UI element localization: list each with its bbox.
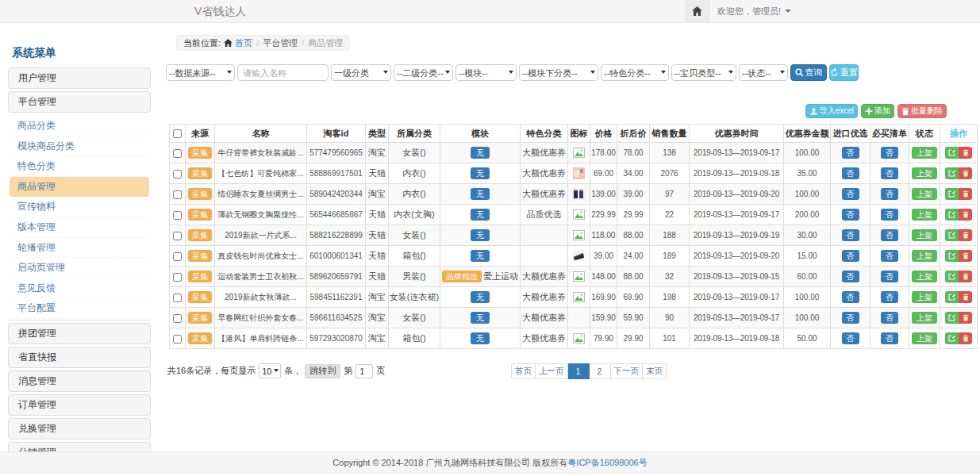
level1-category-select[interactable]: 一级分类 [331, 64, 391, 81]
delete-button[interactable] [959, 167, 972, 179]
status-toggle[interactable]: 上架 [912, 271, 937, 282]
search-button[interactable]: 查询 [790, 64, 827, 81]
must-buy-toggle[interactable]: 否 [881, 188, 898, 200]
sidebar-item-version-mgmt[interactable]: 版本管理 [10, 217, 149, 238]
edit-button[interactable] [945, 312, 959, 324]
pager-prev[interactable]: 上一页 [536, 363, 568, 379]
import-select-toggle[interactable]: 否 [842, 209, 859, 221]
delete-button[interactable] [959, 147, 972, 159]
must-buy-toggle[interactable]: 否 [881, 167, 898, 179]
add-button[interactable]: 添加 [861, 104, 894, 118]
row-checkbox[interactable] [173, 252, 182, 261]
sidebar-item-splash-mgmt[interactable]: 启动页管理 [10, 258, 149, 278]
item-type-select[interactable]: --宝贝类型-- [671, 64, 736, 81]
import-select-toggle[interactable]: 否 [842, 291, 859, 303]
per-page-select[interactable]: 10 [259, 363, 281, 378]
edit-button[interactable] [945, 209, 959, 221]
status-toggle[interactable]: 上架 [912, 250, 937, 262]
sidebar-section-platform[interactable]: 平台管理 [8, 91, 151, 113]
delete-button[interactable] [959, 229, 972, 241]
pager-first[interactable]: 首页 [511, 363, 536, 379]
must-buy-toggle[interactable]: 否 [881, 332, 898, 344]
jump-page-input[interactable] [355, 364, 373, 378]
sidebar-section-groupon[interactable]: 拼团管理 [8, 323, 151, 344]
breadcrumb-item-platform[interactable]: 平台管理 [263, 37, 298, 49]
sidebar-item-goods-mgmt[interactable]: 商品管理 [10, 177, 149, 198]
delete-button[interactable] [959, 250, 972, 262]
edit-button[interactable] [945, 167, 959, 179]
edit-button[interactable] [945, 188, 959, 200]
row-checkbox[interactable] [173, 211, 182, 220]
sidebar-section-users[interactable]: 用户管理 [8, 67, 151, 89]
breadcrumb-item-goods[interactable]: 商品管理 [308, 37, 343, 49]
reset-button[interactable]: 重置 [829, 64, 859, 81]
import-select-toggle[interactable]: 否 [842, 250, 859, 262]
import-select-toggle[interactable]: 否 [842, 271, 859, 282]
status-toggle[interactable]: 上架 [912, 147, 937, 159]
row-checkbox[interactable] [173, 149, 182, 158]
sidebar-section-exchange[interactable]: 兑换管理 [8, 418, 151, 440]
home-nav-button[interactable] [686, 0, 709, 22]
status-toggle[interactable]: 上架 [912, 167, 937, 179]
pager-page-1[interactable]: 1 [568, 363, 590, 379]
row-checkbox[interactable] [173, 273, 182, 282]
delete-button[interactable] [959, 312, 972, 324]
status-toggle[interactable]: 上架 [912, 312, 937, 324]
edit-button[interactable] [945, 250, 959, 262]
delete-button[interactable] [959, 209, 972, 221]
sidebar-item-feature-category[interactable]: 特色分类 [10, 156, 149, 177]
must-buy-toggle[interactable]: 否 [881, 229, 898, 241]
must-buy-toggle[interactable]: 否 [881, 271, 898, 282]
batch-delete-button[interactable]: 批量删除 [897, 104, 947, 118]
pager-last[interactable]: 末页 [643, 363, 667, 379]
sidebar-item-feedback[interactable]: 意见反馈 [10, 278, 149, 299]
delete-button[interactable] [959, 271, 972, 282]
status-toggle[interactable]: 上架 [912, 291, 937, 303]
must-buy-toggle[interactable]: 否 [881, 209, 898, 221]
import-excel-button[interactable]: 导入excel [805, 104, 858, 118]
row-checkbox[interactable] [173, 170, 182, 178]
sidebar-item-platform-config[interactable]: 平台配置 [10, 298, 149, 319]
must-buy-toggle[interactable]: 否 [881, 250, 898, 262]
edit-button[interactable] [945, 229, 959, 241]
row-checkbox[interactable] [173, 232, 182, 240]
row-checkbox[interactable] [173, 335, 182, 344]
pager-next[interactable]: 下一页 [611, 363, 644, 379]
status-toggle[interactable]: 上架 [912, 332, 937, 344]
must-buy-toggle[interactable]: 否 [881, 291, 898, 303]
must-buy-toggle[interactable]: 否 [881, 147, 898, 159]
status-toggle[interactable]: 上架 [912, 188, 937, 200]
sidebar-item-promo-materials[interactable]: 宣传物料 [10, 197, 149, 217]
import-select-toggle[interactable]: 否 [842, 312, 859, 324]
sidebar-item-carousel-mgmt[interactable]: 轮播管理 [10, 238, 149, 259]
sidebar-section-orders[interactable]: 订单管理 [8, 394, 151, 416]
module-select[interactable]: --模块-- [455, 64, 517, 81]
import-select-toggle[interactable]: 否 [842, 229, 859, 241]
status-toggle[interactable]: 上架 [912, 209, 937, 221]
edit-button[interactable] [945, 291, 959, 303]
feature-category-select[interactable]: --特色分类-- [601, 64, 669, 81]
status-toggle[interactable]: 上架 [912, 229, 937, 241]
user-menu[interactable]: 欢迎您，管理员! [709, 0, 799, 22]
sidebar-item-goods-category[interactable]: 商品分类 [10, 116, 149, 136]
row-checkbox[interactable] [173, 314, 182, 323]
jump-button[interactable]: 跳转到 [305, 364, 340, 378]
edit-button[interactable] [945, 147, 959, 159]
breadcrumb-home-link[interactable]: 首页 [235, 37, 252, 49]
import-select-toggle[interactable]: 否 [842, 188, 859, 200]
level2-category-select[interactable]: --二级分类-- [394, 64, 453, 81]
sidebar-section-express[interactable]: 省直快报 [8, 347, 151, 368]
name-search-input[interactable] [237, 64, 329, 81]
pager-page-2[interactable]: 2 [590, 363, 611, 379]
delete-button[interactable] [959, 188, 972, 200]
sidebar-section-messages[interactable]: 消息管理 [8, 370, 151, 392]
must-buy-toggle[interactable]: 否 [881, 312, 898, 324]
sidebar-item-module-goods-category[interactable]: 模块商品分类 [10, 136, 149, 157]
row-checkbox[interactable] [173, 190, 182, 199]
import-select-toggle[interactable]: 否 [842, 147, 859, 159]
status-select[interactable]: --状态-- [739, 64, 788, 81]
edit-button[interactable] [945, 271, 959, 282]
row-checkbox[interactable] [173, 294, 182, 302]
data-source-select[interactable]: --数据来源-- [166, 64, 235, 81]
edit-button[interactable] [945, 332, 959, 344]
